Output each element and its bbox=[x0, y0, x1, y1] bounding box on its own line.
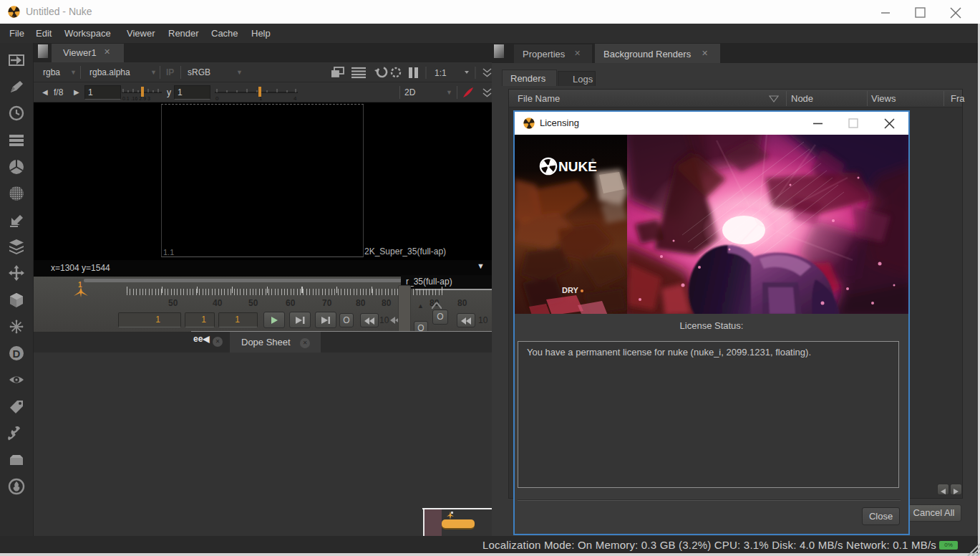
svg-text:1:1: 1:1 bbox=[435, 68, 447, 78]
svg-text:®: ® bbox=[591, 158, 595, 163]
svg-text:D: D bbox=[13, 348, 21, 360]
svg-text:1: 1 bbox=[259, 95, 263, 101]
svg-text:0.1 .16 2.9 3: 0.1 .16 2.9 3 bbox=[122, 96, 150, 101]
svg-text:DRY: DRY bbox=[562, 286, 578, 294]
svg-text:4: 4 bbox=[293, 95, 297, 101]
svg-text:0: 0 bbox=[215, 95, 219, 101]
